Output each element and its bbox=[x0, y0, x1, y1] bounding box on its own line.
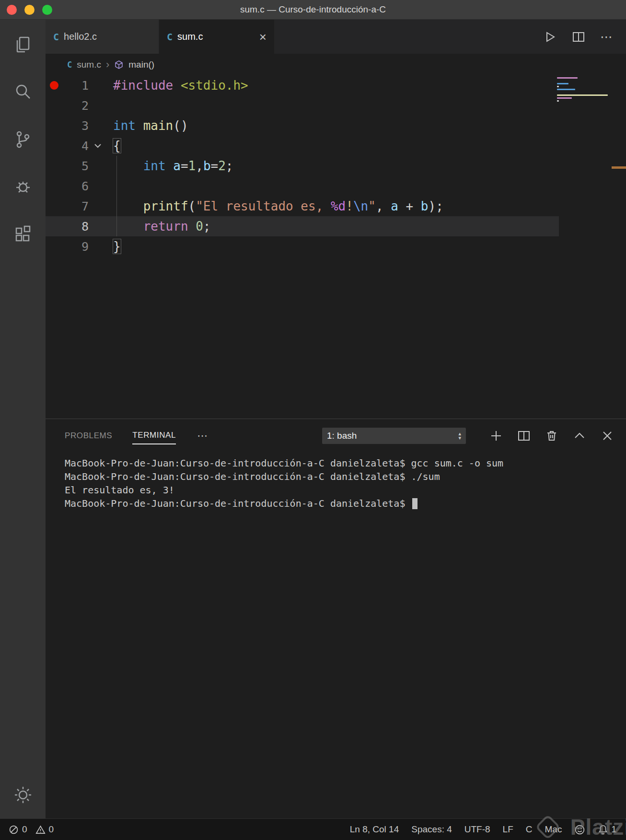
code-line[interactable]: 2 bbox=[46, 95, 559, 116]
terminal-output[interactable]: MacBook-Pro-de-Juan:Curso-de-introducció… bbox=[46, 453, 626, 818]
code-text[interactable]: printf("El resultado es, %d!\n", a + b); bbox=[107, 199, 443, 213]
fold-chevron-icon[interactable] bbox=[89, 140, 107, 152]
zoom-window-button[interactable] bbox=[42, 5, 52, 15]
errors-count: 0 bbox=[22, 824, 27, 835]
line-number[interactable]: 9 bbox=[63, 240, 89, 254]
status-item[interactable]: Spaces: 4 bbox=[411, 824, 452, 835]
debug-icon[interactable] bbox=[12, 176, 34, 198]
close-tab-icon[interactable]: × bbox=[259, 31, 267, 43]
warnings-count: 0 bbox=[49, 824, 54, 835]
titlebar: sum.c — Curso-de-introducción-a-C bbox=[0, 0, 626, 20]
activity-bar bbox=[0, 20, 46, 818]
line-number[interactable]: 7 bbox=[63, 199, 89, 213]
close-window-button[interactable] bbox=[7, 5, 17, 15]
new-terminal-icon[interactable] bbox=[489, 429, 503, 443]
code-line[interactable]: 7 printf("El resultado es, %d!\n", a + b… bbox=[46, 196, 559, 216]
c-file-icon: C bbox=[67, 60, 72, 70]
explorer-icon[interactable] bbox=[12, 34, 34, 55]
panel-more-icon[interactable]: ⋯ bbox=[197, 430, 208, 442]
minimap-line bbox=[557, 92, 559, 93]
shell-select-value: 1: bash bbox=[327, 431, 357, 441]
c-file-icon: C bbox=[167, 31, 173, 43]
status-item[interactable]: Mac bbox=[545, 824, 562, 835]
notifications-count: 1 bbox=[611, 824, 616, 835]
workbench: C hello2.c C sum.c × ⋯ bbox=[46, 20, 626, 818]
code-text[interactable]: { bbox=[107, 139, 121, 153]
code-line[interactable]: 5 int a=1,b=2; bbox=[46, 156, 559, 176]
code-editor[interactable]: 1#include <stdio.h>23int main()4{5 int a… bbox=[46, 75, 626, 419]
indent-guide bbox=[116, 156, 117, 236]
minimap-line bbox=[557, 100, 559, 102]
select-arrows-icon: ▴▾ bbox=[458, 432, 461, 440]
breadcrumb-symbol[interactable]: main() bbox=[128, 59, 154, 70]
window-controls bbox=[0, 5, 52, 15]
code-text[interactable]: int main() bbox=[107, 118, 188, 133]
line-number[interactable]: 8 bbox=[63, 220, 89, 233]
extensions-icon[interactable] bbox=[12, 224, 34, 245]
tab-label: hello2.c bbox=[64, 31, 97, 42]
kill-terminal-icon[interactable] bbox=[545, 429, 559, 443]
tab-sumc[interactable]: C sum.c × bbox=[159, 20, 274, 54]
status-item[interactable]: Ln 8, Col 14 bbox=[350, 824, 399, 835]
code-line[interactable]: 3int main() bbox=[46, 116, 559, 136]
breadcrumb: C sum.c › main() bbox=[46, 54, 626, 75]
code-line[interactable]: 1#include <stdio.h> bbox=[46, 75, 559, 95]
chevron-right-icon: › bbox=[106, 59, 109, 70]
minimap-line bbox=[557, 80, 559, 82]
minimap-line bbox=[557, 94, 608, 96]
minimap-line bbox=[557, 83, 568, 84]
tab-bar: C hello2.c C sum.c × ⋯ bbox=[46, 20, 626, 54]
code-line[interactable]: 4{ bbox=[46, 136, 559, 156]
status-item[interactable]: C bbox=[526, 824, 533, 835]
editor-actions: ⋯ bbox=[543, 20, 626, 54]
run-button[interactable] bbox=[543, 30, 557, 44]
shell-select[interactable]: 1: bash ▴▾ bbox=[322, 428, 466, 444]
status-item[interactable]: LF bbox=[503, 824, 513, 835]
tab-terminal[interactable]: TERMINAL bbox=[132, 427, 176, 444]
code-text[interactable]: return 0; bbox=[107, 219, 211, 233]
code-lines: 1#include <stdio.h>23int main()4{5 int a… bbox=[46, 75, 559, 257]
maximize-panel-icon[interactable] bbox=[572, 429, 587, 443]
tab-hello2c[interactable]: C hello2.c bbox=[46, 20, 159, 54]
split-editor-icon[interactable] bbox=[571, 30, 586, 44]
panel-actions bbox=[489, 429, 614, 443]
code-line[interactable]: 6 bbox=[46, 176, 559, 196]
terminal-line: MacBook-Pro-de-Juan:Curso-de-introducció… bbox=[65, 470, 626, 483]
tab-label: sum.c bbox=[177, 31, 203, 42]
line-number[interactable]: 6 bbox=[63, 179, 89, 193]
code-text[interactable]: int a=1,b=2; bbox=[107, 159, 233, 173]
split-terminal-icon[interactable] bbox=[517, 429, 531, 443]
code-text[interactable]: #include <stdio.h> bbox=[107, 78, 248, 93]
code-line[interactable]: 8 return 0; bbox=[46, 216, 559, 236]
minimap-line bbox=[557, 77, 578, 79]
line-number[interactable]: 5 bbox=[63, 159, 89, 173]
source-control-icon[interactable] bbox=[12, 129, 34, 150]
feedback-smiley-icon[interactable] bbox=[574, 824, 585, 835]
window-title: sum.c — Curso-de-introducción-a-C bbox=[0, 4, 626, 15]
search-icon[interactable] bbox=[12, 82, 34, 103]
terminal-line: MacBook-Pro-de-Juan:Curso-de-introducció… bbox=[65, 497, 626, 510]
gutter-glyph-margin[interactable] bbox=[46, 81, 63, 90]
notifications-bell[interactable]: 1 bbox=[598, 824, 616, 835]
bottom-panel: PROBLEMS TERMINAL ⋯ 1: bash ▴▾ bbox=[46, 419, 626, 818]
line-number[interactable]: 4 bbox=[63, 139, 89, 153]
minimap[interactable] bbox=[557, 77, 611, 102]
minimize-window-button[interactable] bbox=[24, 5, 35, 15]
line-number[interactable]: 3 bbox=[63, 119, 89, 133]
status-bar: 0 0 Ln 8, Col 14Spaces: 4UTF-8LFCMac 1 bbox=[0, 818, 626, 840]
settings-gear-icon[interactable] bbox=[12, 784, 34, 805]
breadcrumb-file[interactable]: sum.c bbox=[77, 59, 101, 70]
breakpoint-dot[interactable] bbox=[50, 81, 58, 90]
code-line[interactable]: 9} bbox=[46, 236, 559, 257]
problems-status[interactable]: 0 0 bbox=[9, 824, 54, 835]
terminal-line: El resultado es, 3! bbox=[65, 483, 626, 497]
line-number[interactable]: 2 bbox=[63, 99, 89, 113]
more-actions-icon[interactable]: ⋯ bbox=[600, 31, 614, 43]
code-text[interactable]: } bbox=[107, 239, 121, 254]
panel-header: PROBLEMS TERMINAL ⋯ 1: bash ▴▾ bbox=[46, 419, 626, 453]
tab-problems[interactable]: PROBLEMS bbox=[65, 428, 112, 444]
line-number[interactable]: 1 bbox=[63, 79, 89, 93]
overview-ruler-mark bbox=[612, 166, 626, 169]
close-panel-icon[interactable] bbox=[600, 429, 614, 443]
status-item[interactable]: UTF-8 bbox=[464, 824, 490, 835]
